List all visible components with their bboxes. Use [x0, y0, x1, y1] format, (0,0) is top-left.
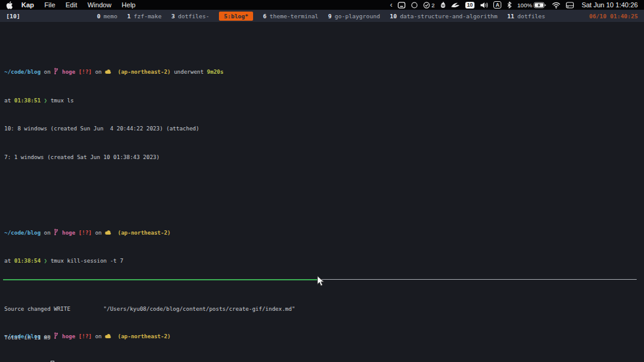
bluetooth-icon[interactable]	[507, 1, 512, 9]
menu-file[interactable]: File	[45, 1, 55, 9]
bottom-pane-hugo-log[interactable]: Source changed WRITE "/Users/kyu08/code/…	[0, 280, 644, 362]
circle-icon[interactable]	[411, 2, 418, 9]
command-line-1: at 01:38:51 ❯ tmux ls	[4, 96, 644, 106]
display-icon[interactable]	[398, 2, 406, 9]
tmux-ls-output-2: 7: 1 windows (created Sat Jun 10 01:38:4…	[4, 153, 644, 163]
tmux-window-fzf-make[interactable]: 1fzf-make	[127, 13, 162, 20]
tmux-status-bar: [10] 0memo 1fzf-make 3dotfiles- 5:blog* …	[0, 10, 644, 22]
active-app-name[interactable]: Kap	[21, 1, 34, 9]
menu-window[interactable]: Window	[87, 1, 111, 9]
tmux-window-blog-active[interactable]: 5:blog*	[219, 12, 253, 21]
wifi-icon[interactable]	[552, 2, 560, 9]
tmux-window-theme-terminal[interactable]: 6theme-terminal	[263, 13, 318, 20]
cloud-icon	[105, 230, 111, 235]
pane-divider-drag-segment[interactable]	[320, 279, 637, 280]
battery-percent: 100%	[517, 2, 532, 9]
cloud-icon	[105, 334, 111, 339]
feather-icon[interactable]	[451, 2, 460, 8]
tmux-window-go-playground[interactable]: 9go-playground	[328, 13, 380, 20]
macos-menu-bar: Kap File Edit Window Help ‹ 2 10 A 100%	[0, 0, 644, 10]
tmux-ls-output-1: 10: 8 windows (created Sun Jun 4 20:44:2…	[4, 124, 644, 134]
pane-divider-active-segment[interactable]	[3, 279, 320, 280]
blank-line	[4, 181, 644, 191]
menu-help[interactable]: Help	[122, 1, 136, 9]
tmux-clock: 06/10 01:40:25	[589, 13, 638, 20]
tmux-session-badge: [10]	[6, 13, 20, 20]
cloud-icon	[105, 69, 111, 74]
tmux-window-dotfiles-[interactable]: 3dotfiles-	[171, 13, 209, 20]
apple-logo-icon[interactable]	[6, 1, 13, 9]
check-count: 2	[431, 2, 434, 9]
menu-edit[interactable]: Edit	[66, 1, 77, 9]
check-circle-icon[interactable]: 2	[423, 2, 434, 9]
prompt-header-2: ~/code/blog on hoge [!?] on (ap-northeas…	[4, 229, 644, 238]
speaker-icon[interactable]	[480, 2, 488, 9]
drive-icon[interactable]	[566, 2, 574, 9]
battery-icon[interactable]: 100%	[517, 2, 546, 9]
prompt-header-1: ~/code/blog on hoge [!?] on (ap-northeas…	[4, 68, 644, 77]
flame-icon[interactable]	[440, 1, 446, 9]
window-number-badge[interactable]: 10	[465, 2, 474, 9]
top-pane-shell[interactable]: ~/code/blog on hoge [!?] on (ap-northeas…	[0, 22, 644, 279]
input-source-badge[interactable]: A	[493, 1, 501, 9]
tmux-window-memo[interactable]: 0memo	[97, 13, 118, 20]
menu-bar-clock[interactable]: Sat Jun 10 1:40:26	[582, 1, 638, 9]
chevron-left-icon[interactable]: ‹	[390, 2, 392, 8]
menu-bar-status-area: ‹ 2 10 A 100%	[390, 1, 638, 9]
tmux-window-dotfiles[interactable]: 11dotfiles	[507, 13, 545, 20]
tmux-window-list: 0memo 1fzf-make 3dotfiles- 5:blog* 6them…	[97, 12, 545, 21]
tmux-window-data-structure[interactable]: 10data-structure-and-algorithm	[390, 13, 498, 20]
tmux-pane-divider[interactable]	[0, 279, 644, 280]
command-line-2: at 01:38:54 ❯ tmux kill-session -t 7	[4, 257, 644, 266]
log-line: Source changed WRITE "/Users/kyu08/code/…	[4, 305, 644, 314]
